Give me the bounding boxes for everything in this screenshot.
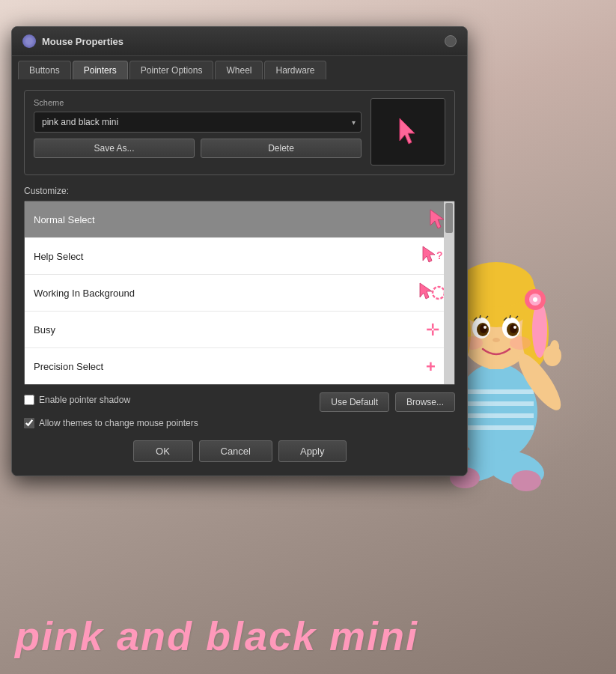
cursor-item-busy[interactable]: Busy ✛ (25, 312, 454, 348)
tab-pointers[interactable]: Pointers (73, 61, 128, 79)
scrollbar-thumb[interactable] (445, 203, 453, 233)
bottom-controls: Enable pointer shadow Use Default Browse… (24, 392, 455, 412)
scheme-buttons: Save As... Delete (34, 139, 362, 158)
svg-point-41 (493, 338, 500, 342)
enable-shadow-checkbox[interactable] (24, 395, 34, 405)
svg-line-36 (480, 315, 481, 318)
svg-point-16 (511, 470, 541, 491)
customize-label: Customize: (24, 186, 455, 196)
cursor-icon-help: ? (415, 246, 445, 267)
svg-text:+: + (426, 357, 436, 376)
tab-pointer-options[interactable]: Pointer Options (129, 61, 214, 79)
svg-marker-2 (423, 246, 435, 262)
svg-text:?: ? (436, 249, 443, 261)
scheme-buttons-row: Save As... Delete (34, 139, 362, 158)
svg-rect-9 (459, 389, 534, 394)
allow-themes-checkbox[interactable] (24, 418, 34, 428)
browse-button[interactable]: Browse... (395, 392, 455, 412)
svg-text:✛: ✛ (426, 321, 439, 339)
scheme-group: Scheme pink and black mini Windows Defau… (24, 90, 455, 175)
scheme-select[interactable]: pink and black mini Windows Default Wind… (34, 112, 362, 133)
dialog-body: Scheme pink and black mini Windows Defau… (12, 79, 467, 476)
shadow-checkbox-row[interactable]: Enable pointer shadow (24, 395, 314, 405)
svg-rect-10 (459, 401, 534, 406)
save-as-button[interactable]: Save As... (34, 139, 195, 158)
cursor-icon-precision: + (415, 356, 445, 377)
shadow-label: Enable pointer shadow (39, 395, 130, 405)
bottom-title-text: pink and black mini (15, 613, 418, 659)
cancel-button[interactable]: Cancel (199, 440, 272, 462)
cursor-list-inner: Normal Select Help Select ? (25, 201, 454, 384)
delete-button[interactable]: Delete (201, 139, 362, 158)
cursor-icon-normal (415, 209, 445, 230)
svg-point-34 (513, 326, 516, 329)
svg-point-43 (510, 336, 531, 350)
svg-marker-4 (420, 283, 432, 299)
ok-button[interactable]: OK (133, 440, 193, 462)
svg-line-39 (510, 315, 510, 318)
use-default-button[interactable]: Use Default (320, 392, 389, 412)
cursor-list: Normal Select Help Select ? (24, 201, 455, 385)
svg-rect-12 (459, 425, 534, 430)
mouse-properties-dialog: Mouse Properties Buttons Pointers Pointe… (11, 26, 468, 476)
cursor-item-working[interactable]: Working In Background (25, 275, 454, 312)
cursor-item-precision[interactable]: Precision Select + (25, 348, 454, 384)
dialog-footer: OK Cancel Apply (24, 433, 455, 465)
scheme-left: Scheme pink and black mini Windows Defau… (34, 98, 362, 158)
cursor-item-normal-label: Normal Select (34, 214, 415, 225)
close-button[interactable] (445, 35, 457, 47)
tabs-bar: Buttons Pointers Pointer Options Wheel H… (12, 56, 467, 79)
scheme-preview (370, 98, 445, 166)
svg-point-23 (459, 262, 534, 307)
cursor-icon-working (415, 282, 445, 303)
tab-wheel[interactable]: Wheel (215, 61, 263, 79)
svg-marker-0 (400, 118, 415, 144)
svg-rect-11 (459, 413, 534, 418)
scrollbar[interactable] (444, 201, 454, 384)
titlebar: Mouse Properties (12, 27, 467, 56)
cursor-item-help-label: Help Select (34, 251, 415, 262)
scheme-label: Scheme (34, 98, 362, 107)
cursor-item-precision-label: Precision Select (34, 361, 415, 372)
svg-point-32 (510, 324, 517, 333)
cursor-item-busy-label: Busy (34, 324, 415, 336)
cursor-item-normal[interactable]: Normal Select (25, 201, 454, 238)
svg-point-31 (480, 324, 487, 333)
svg-point-26 (533, 297, 537, 302)
tab-hardware[interactable]: Hardware (264, 61, 326, 79)
apply-button[interactable]: Apply (278, 440, 347, 462)
tab-buttons[interactable]: Buttons (18, 61, 71, 79)
dialog-title: Mouse Properties (42, 36, 439, 47)
cursor-item-working-label: Working In Background (34, 288, 415, 299)
cursor-icon-busy: ✛ (415, 319, 445, 340)
dialog-icon (22, 34, 36, 48)
themes-checkbox-row[interactable]: Allow themes to change mouse pointers (24, 418, 455, 428)
svg-point-48 (550, 340, 559, 353)
cursor-item-help[interactable]: Help Select ? (25, 238, 454, 275)
themes-label: Allow themes to change mouse pointers (39, 418, 198, 428)
scheme-select-wrapper: pink and black mini Windows Default Wind… (34, 112, 362, 133)
svg-point-33 (484, 326, 487, 329)
cursor-preview-icon (397, 117, 419, 147)
svg-marker-1 (430, 210, 444, 228)
svg-point-5 (433, 287, 445, 299)
